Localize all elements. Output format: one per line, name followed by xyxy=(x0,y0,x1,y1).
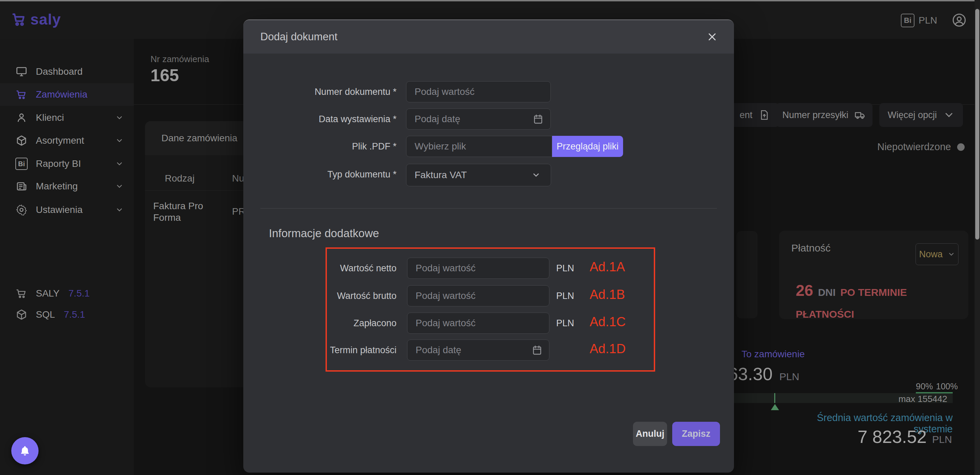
order-number-label: Nr zamówienia xyxy=(151,54,209,65)
chevron-down-icon xyxy=(943,109,955,121)
notifications-button[interactable] xyxy=(11,437,38,464)
bi-currency-icon: Bi xyxy=(901,14,915,27)
overdue-unit: DNI xyxy=(818,287,836,298)
calendar-icon[interactable] xyxy=(533,114,544,125)
modal-divider xyxy=(260,208,717,208)
modal-header: Dodaj dokument xyxy=(243,20,734,54)
truck-icon xyxy=(854,109,866,121)
cart-icon xyxy=(15,88,28,101)
table-cell-rodzaj: Faktura Pro Forma xyxy=(153,200,203,224)
monitor-icon xyxy=(15,65,28,78)
newspaper-icon xyxy=(15,180,28,192)
currency-label: PLN xyxy=(919,15,937,26)
sidebar-item-asortyment[interactable]: Asortyment xyxy=(0,129,134,152)
version-sql: SQL 7.5.1 xyxy=(15,308,85,321)
field-label-wartosc-brutto: Wartość brutto xyxy=(243,291,396,301)
annotation-ad1d: Ad.1D xyxy=(590,342,626,356)
annotation-ad1a: Ad.1A xyxy=(590,260,625,274)
gauge-green-segment xyxy=(916,392,953,394)
payment-card: Płatność Nowa 26 DNI PO TERMINIE PŁATNOŚ… xyxy=(779,231,969,319)
termin-platnosci-input[interactable] xyxy=(407,340,549,361)
shipment-number-button[interactable]: Numer przesyłki xyxy=(776,103,872,127)
order-status: Niepotwierdzone xyxy=(872,141,965,153)
overdue-line: 26 DNI PO TERMINIE xyxy=(796,281,907,300)
close-icon[interactable] xyxy=(705,30,719,44)
modal-title: Dodaj dokument xyxy=(260,20,337,54)
logo[interactable]: saly xyxy=(11,11,61,28)
field-label-data-wystawienia: Data wystawienia * xyxy=(243,114,396,125)
avg-order-value: 7 823.52 xyxy=(858,427,926,447)
typ-dokumentu-select[interactable]: Faktura VAT xyxy=(406,164,551,186)
select-value: Faktura VAT xyxy=(415,170,467,181)
wartosc-brutto-input[interactable] xyxy=(407,285,549,307)
payment-status-dropdown[interactable]: Nowa xyxy=(915,243,958,265)
sidebar-item-raporty-bi[interactable]: Bi Raporty BI xyxy=(0,153,134,175)
chevron-down-icon xyxy=(115,206,124,214)
version-saly: SALY 7.5.1 xyxy=(15,288,90,300)
this-order-label: To zamówienie xyxy=(741,349,805,360)
more-options-button[interactable]: Więcej opcji xyxy=(879,103,963,127)
document-upload-icon xyxy=(759,109,770,121)
field-label-plik-pdf: Plik .PDF * xyxy=(243,141,396,152)
sidebar-item-label: Asortyment xyxy=(36,135,84,146)
save-button[interactable]: Zapisz xyxy=(672,422,720,446)
bell-icon xyxy=(19,445,31,457)
version-label: SALY xyxy=(36,288,60,299)
section-heading: Informacje dodatkowe xyxy=(269,227,379,240)
gauge-90-label: 90% xyxy=(916,381,933,391)
gear-icon xyxy=(15,204,28,216)
payment-status-value: Nowa xyxy=(919,249,942,260)
gauge-100-label: 100% xyxy=(936,381,958,391)
sidebar-item-ustawienia[interactable]: Ustawienia xyxy=(0,199,134,221)
cart-logo-icon xyxy=(11,12,27,27)
sidebar-item-label: Zamówienia xyxy=(36,89,88,100)
browse-files-button[interactable]: Przeglądaj pliki xyxy=(552,136,623,157)
chevron-down-icon xyxy=(948,251,955,258)
scrollbar-thumb[interactable] xyxy=(975,9,979,240)
wartosc-netto-input[interactable] xyxy=(407,257,549,279)
overdue-text: PO TERMINIE xyxy=(840,287,907,298)
avg-order-currency: PLN xyxy=(932,434,952,445)
calendar-icon[interactable] xyxy=(531,345,542,356)
cart-icon xyxy=(15,288,28,300)
zaplacono-input[interactable] xyxy=(407,313,549,334)
chevron-down-icon xyxy=(115,137,124,145)
version-label: SQL xyxy=(36,309,55,320)
sidebar: Dashboard Zamówienia Klienci Asortyment xyxy=(0,39,134,475)
sidebar-item-dashboard[interactable]: Dashboard xyxy=(0,60,134,83)
currency-switcher[interactable]: Bi PLN xyxy=(901,14,937,27)
chevron-down-icon xyxy=(115,114,124,122)
this-order-currency: PLN xyxy=(780,371,799,383)
overdue-days: 26 xyxy=(796,281,813,300)
cube-icon xyxy=(15,308,28,321)
sidebar-item-marketing[interactable]: Marketing xyxy=(0,175,134,198)
status-label: Niepotwierdzone xyxy=(877,141,951,153)
button-label: Numer przesyłki xyxy=(783,110,849,121)
numer-dokumentu-input[interactable] xyxy=(406,81,551,102)
field-label-typ-dokumentu: Typ dokumentu * xyxy=(243,169,396,180)
gauge-marker-line xyxy=(774,393,775,403)
gauge-marker-triangle xyxy=(771,404,779,410)
data-wystawienia-input[interactable] xyxy=(406,108,551,130)
currency-suffix: PLN xyxy=(556,318,574,329)
tab-dane-zamowienia[interactable]: Dane zamówienia xyxy=(161,121,237,155)
overdue-text-2: PŁATNOŚCI xyxy=(796,308,854,320)
field-label-termin-platnosci: Termin płatności xyxy=(243,345,396,356)
sidebar-item-klienci[interactable]: Klienci xyxy=(0,106,134,129)
sidebar-item-zamowienia[interactable]: Zamówienia xyxy=(0,83,134,106)
button-label: Więcej opcji xyxy=(888,110,937,121)
version-number: 7.5.1 xyxy=(64,309,85,320)
status-dot-icon xyxy=(957,143,965,151)
plik-pdf-input[interactable] xyxy=(406,136,552,157)
field-label-zaplacono: Zapłacono xyxy=(243,318,396,329)
currency-suffix: PLN xyxy=(556,291,574,301)
chevron-down-icon xyxy=(115,182,124,191)
account-icon[interactable] xyxy=(952,13,966,27)
cancel-button[interactable]: Anuluj xyxy=(633,422,667,446)
annotation-ad1b: Ad.1B xyxy=(590,288,625,302)
chevron-down-icon xyxy=(531,171,541,180)
sidebar-item-label: Dashboard xyxy=(36,66,83,77)
sidebar-item-label: Marketing xyxy=(36,181,78,192)
order-number-value: 165 xyxy=(151,65,179,85)
sidebar-item-label: Ustawienia xyxy=(36,204,83,215)
